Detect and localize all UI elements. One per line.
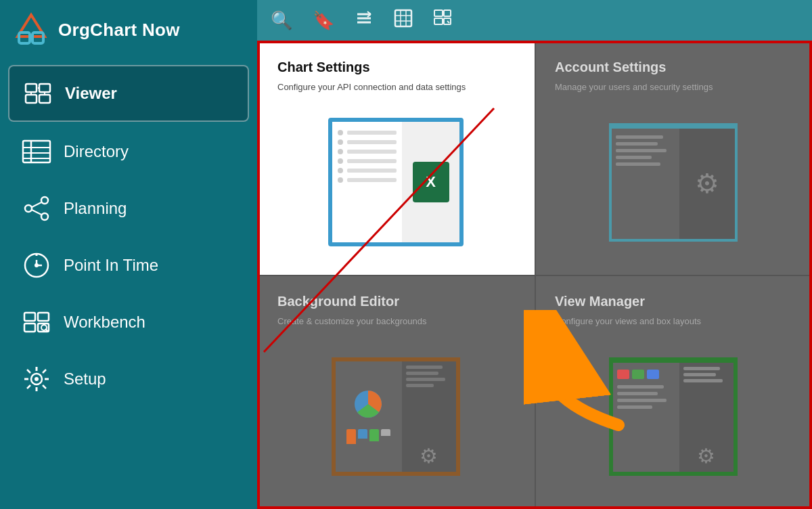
background-editor-image: ⚙ bbox=[277, 337, 514, 495]
setup-label: Setup bbox=[64, 370, 106, 389]
svg-line-39 bbox=[43, 370, 46, 373]
background-editor-subtitle: Create & customize your backgrounds bbox=[277, 316, 514, 326]
account-settings-subtitle: Manage your users and security settings bbox=[555, 82, 792, 92]
planning-label: Planning bbox=[64, 199, 127, 218]
svg-rect-4 bbox=[39, 84, 50, 92]
account-settings-image: ⚙ bbox=[555, 103, 792, 261]
view-manager-preview: ⚙ bbox=[609, 357, 738, 476]
svg-rect-5 bbox=[26, 95, 37, 103]
svg-rect-26 bbox=[38, 313, 49, 321]
chart-settings-subtitle: Configure your API connection and data s… bbox=[277, 82, 514, 92]
excel-icon: X bbox=[413, 162, 449, 202]
view-manager-title: View Manager bbox=[555, 294, 792, 309]
sidebar-item-planning[interactable]: Planning bbox=[8, 181, 249, 236]
layers-toolbar-icon[interactable] bbox=[355, 9, 374, 32]
svg-rect-10 bbox=[23, 141, 50, 162]
bookmark-toolbar-icon[interactable]: 🔖 bbox=[313, 10, 334, 31]
viewer-label: Viewer bbox=[65, 84, 117, 103]
table-toolbar-icon[interactable] bbox=[394, 9, 413, 32]
setup-icon bbox=[22, 364, 51, 394]
sidebar-item-directory[interactable]: Directory bbox=[8, 125, 249, 179]
svg-line-40 bbox=[27, 385, 30, 389]
edit-toolbar-icon[interactable] bbox=[433, 9, 452, 32]
svg-rect-3 bbox=[26, 84, 37, 92]
search-toolbar-icon[interactable]: 🔍 bbox=[271, 10, 292, 31]
svg-point-15 bbox=[25, 205, 32, 212]
vm-left bbox=[613, 363, 679, 472]
svg-point-30 bbox=[41, 325, 47, 330]
settings-panel: Chart Settings Configure your API connec… bbox=[257, 41, 812, 509]
gear-icon: ⚙ bbox=[695, 168, 719, 199]
pie-chart-icon bbox=[353, 389, 384, 420]
top-toolbar: 🔍 🔖 bbox=[257, 0, 812, 41]
sidebar: OrgChart Now Viewer bbox=[0, 0, 257, 509]
planning-icon bbox=[22, 194, 51, 223]
point-in-time-label: Point In Time bbox=[64, 256, 158, 275]
svg-line-37 bbox=[27, 370, 30, 373]
sidebar-item-viewer[interactable]: Viewer bbox=[8, 65, 249, 122]
vm-colored-row bbox=[617, 370, 675, 379]
background-editor-title: Background Editor bbox=[277, 294, 514, 309]
account-settings-title: Account Settings bbox=[555, 60, 792, 75]
view-manager-image: ⚙ bbox=[555, 337, 792, 495]
svg-rect-51 bbox=[434, 10, 443, 16]
directory-label: Directory bbox=[64, 142, 129, 161]
background-editor-card[interactable]: Background Editor Create & customize you… bbox=[257, 275, 535, 509]
logo-area: OrgChart Now bbox=[0, 0, 257, 60]
chart-settings-image: X bbox=[277, 103, 514, 261]
svg-rect-25 bbox=[24, 313, 35, 321]
acc-left bbox=[612, 129, 679, 239]
svg-rect-46 bbox=[395, 10, 411, 26]
vm-gear-icon: ⚙ bbox=[683, 444, 729, 468]
chart-left-panel bbox=[332, 122, 402, 242]
bg-gear-icon: ⚙ bbox=[406, 444, 452, 468]
vertical-divider bbox=[535, 41, 536, 509]
sidebar-item-setup[interactable]: Setup bbox=[8, 352, 249, 406]
sidebar-item-workbench[interactable]: Workbench bbox=[8, 295, 249, 349]
directory-icon bbox=[22, 137, 51, 167]
nav-items: Viewer Directory bbox=[0, 60, 257, 509]
app-title: OrgChart Now bbox=[58, 20, 180, 41]
chart-settings-title: Chart Settings bbox=[277, 60, 514, 75]
view-manager-subtitle: Configure your views and box layouts bbox=[555, 316, 792, 326]
svg-line-55 bbox=[447, 21, 449, 23]
svg-line-19 bbox=[32, 210, 41, 215]
workbench-icon bbox=[22, 307, 51, 337]
svg-rect-6 bbox=[39, 95, 50, 103]
svg-rect-52 bbox=[444, 10, 451, 16]
svg-rect-27 bbox=[24, 324, 35, 332]
point-in-time-icon bbox=[22, 250, 51, 280]
svg-point-17 bbox=[41, 213, 48, 220]
svg-rect-53 bbox=[434, 18, 443, 24]
svg-line-38 bbox=[43, 385, 46, 389]
bar-chart-icon bbox=[340, 429, 398, 444]
sidebar-item-point-in-time[interactable]: Point In Time bbox=[8, 238, 249, 292]
svg-point-32 bbox=[35, 377, 39, 381]
workbench-label: Workbench bbox=[64, 313, 145, 332]
svg-point-16 bbox=[41, 197, 48, 204]
main-content: 🔍 🔖 bbox=[257, 0, 812, 509]
app-logo bbox=[14, 12, 49, 47]
bg-right: ⚙ bbox=[402, 361, 456, 472]
chart-settings-card[interactable]: Chart Settings Configure your API connec… bbox=[257, 41, 535, 275]
svg-line-18 bbox=[32, 202, 41, 207]
vm-right: ⚙ bbox=[679, 363, 734, 472]
view-manager-card[interactable]: View Manager Configure your views and bo… bbox=[535, 275, 812, 509]
background-editor-preview: ⚙ bbox=[332, 357, 460, 476]
account-settings-card[interactable]: Account Settings Manage your users and s… bbox=[535, 41, 812, 275]
chart-right-panel: X bbox=[402, 122, 459, 242]
acc-right: ⚙ bbox=[679, 129, 735, 239]
viewer-icon bbox=[23, 79, 53, 108]
account-settings-preview: ⚙ bbox=[609, 123, 738, 242]
bg-left bbox=[336, 361, 402, 472]
chart-settings-preview: X bbox=[328, 118, 464, 246]
